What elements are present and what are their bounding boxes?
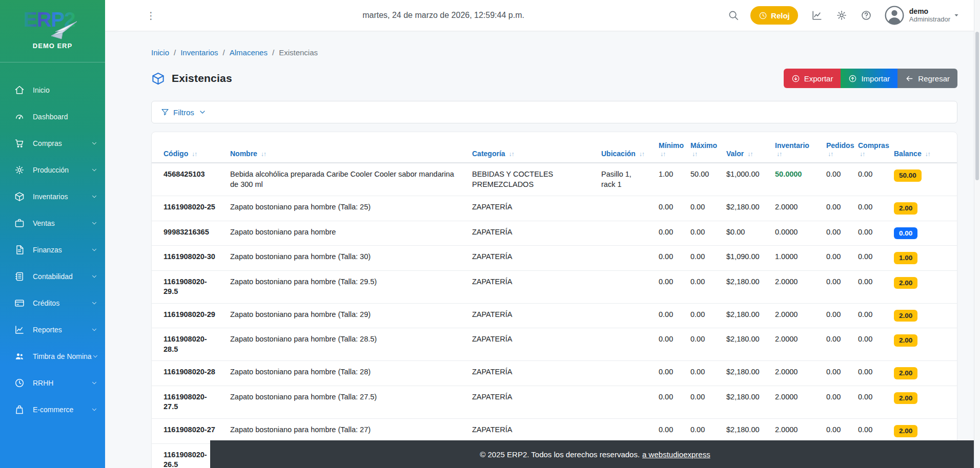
cell-codigo: 1161908020-25 [152,196,224,221]
gear-icon [14,165,25,175]
cell-categoria: ZAPATERÍA [466,386,595,418]
cell-compras: 0.00 [852,386,888,418]
cell-pedidos: 0.00 [820,221,852,246]
cell-minimo: 1.00 [652,163,684,196]
sidebar-item-label: Contabilidad [33,272,91,281]
column-header-ubicacion[interactable]: Ubicación ↓↑ [595,135,652,163]
sidebar-item-reportes[interactable]: Reportes [0,316,105,343]
balance-badge: 2.00 [894,334,917,347]
cell-valor: $0.00 [720,221,769,246]
sidebar-item-compras[interactable]: Compras [0,130,105,157]
column-header-minimo[interactable]: Mínimo ↓↑ [652,135,684,163]
cell-maximo: 0.00 [684,386,720,418]
sidebar-item-produccion[interactable]: Producción [0,157,105,183]
column-header-pedidos[interactable]: Pedidos ↓↑ [820,135,852,163]
cell-codigo: 1161908020-27.5 [152,386,224,418]
cell-nombre: Zapato bostoniano para hombre (Talla: 27… [224,419,466,444]
user-menu[interactable]: demo Administrador [909,7,950,23]
chevron-down-icon [91,379,98,387]
cell-categoria: ZAPATERÍA [466,361,595,386]
breadcrumb-separator: / [223,48,225,57]
user-role: Administrador [909,16,950,24]
back-button[interactable]: Regresar [897,69,957,88]
table-row: 1161908020-27.5Zapato bostoniano para ho… [152,386,957,418]
cell-minimo: 0.00 [652,419,684,444]
kebab-menu-icon[interactable]: ⋮ [143,9,159,23]
help-icon[interactable] [861,10,872,21]
table-row: 1161908020-28.5Zapato bostoniano para ho… [152,328,957,361]
column-header-maximo[interactable]: Máximo ↓↑ [684,135,720,163]
line-chart-icon[interactable] [811,10,823,21]
search-icon[interactable] [728,10,739,21]
sidebar-item-creditos[interactable]: Créditos [0,290,105,316]
footer-text: © 2025 ERP2. Todos los derechos reservad… [480,450,640,459]
breadcrumb-link-almacenes[interactable]: Almacenes [230,48,268,57]
sidebar-item-finanzas[interactable]: Finanzas [0,237,105,263]
cell-balance: 1.00 [888,246,957,271]
column-header-balance[interactable]: Balance ↓↑ [888,135,957,163]
sort-icon: ↓↑ [261,151,266,158]
cell-valor: $2,180.00 [720,386,769,418]
cell-codigo: 99983216365 [152,221,224,246]
cell-codigo: 4568425103 [152,163,224,196]
cell-minimo: 0.00 [652,328,684,361]
filters-toggle[interactable]: Filtros [161,108,207,117]
sidebar-item-inicio[interactable]: Inicio [0,77,105,103]
cube-icon [151,72,165,86]
sidebar-item-dashboard[interactable]: Dashboard [0,103,105,130]
balance-badge: 50.00 [894,169,922,182]
import-button[interactable]: Importar [841,69,897,88]
cell-balance: 2.00 [888,303,957,328]
cell-inventario: 2.0000 [769,419,820,444]
cell-maximo: 0.00 [684,303,720,328]
window-scrollbar[interactable] [974,0,980,468]
cell-ubicacion [595,196,652,221]
sidebar-item-inventarios[interactable]: Inventarios [0,183,105,210]
sidebar-item-rrhh[interactable]: RRHH [0,370,105,396]
sidebar-item-ventas[interactable]: Ventas [0,210,105,237]
cell-pedidos: 0.00 [820,386,852,418]
column-header-categoria[interactable]: Categoría ↓↑ [466,135,595,163]
brand[interactable]: ERP2 DEMO ERP [0,0,105,62]
clock-icon [14,378,25,388]
cell-compras: 0.00 [852,196,888,221]
sidebar-nav: InicioDashboardComprasProducciónInventar… [0,62,105,423]
cube-icon [14,192,25,202]
export-button[interactable]: Exportar [784,69,841,88]
line-chart-icon [14,325,25,335]
cell-maximo: 0.00 [684,361,720,386]
cell-balance: 2.00 [888,419,957,444]
sort-icon: ↓↑ [828,151,833,158]
erp2-logo: ERP2 [19,4,86,41]
sidebar-item-contabilidad[interactable]: Contabilidad [0,263,105,290]
column-header-inventario[interactable]: Inventario ↓↑ [769,135,820,163]
breadcrumb-link-inventarios[interactable]: Inventarios [180,48,218,57]
header-datetime: martes, 24 de marzo de 2026, 12:59:44 p.… [159,11,728,20]
cell-balance: 0.00 [888,221,957,246]
scrollbar-thumb[interactable] [975,32,979,180]
balance-badge: 2.00 [894,202,917,215]
column-header-valor[interactable]: Valor ↓↑ [720,135,769,163]
page-head: Existencias Exportar Importar Regresar [151,68,957,89]
cell-nombre: Zapato bostoniano para hombre (Talla: 25… [224,196,466,221]
column-header-nombre[interactable]: Nombre ↓↑ [224,135,466,163]
cell-balance: 2.00 [888,386,957,418]
footer-link[interactable]: a webstudioexpress [642,450,710,459]
column-header-compras[interactable]: Compras ↓↑ [852,135,888,163]
cell-inventario: 2.0000 [769,328,820,361]
user-avatar[interactable] [884,5,905,26]
gear-icon[interactable] [836,10,847,21]
export-button-label: Exportar [804,74,833,83]
funnel-icon [161,108,169,116]
column-header-codigo[interactable]: Código ↓↑ [152,135,224,163]
sidebar-item-label: Compras [33,139,91,147]
chevron-down-icon [91,406,98,413]
reloj-button[interactable]: Reloj [750,6,798,25]
breadcrumb-link-inicio[interactable]: Inicio [151,48,169,57]
upload-icon [848,74,857,83]
cell-balance: 50.00 [888,163,957,196]
cell-ubicacion [595,303,652,328]
sidebar-item-timbra-de-nomina[interactable]: Timbra de Nomina [0,343,105,370]
sidebar-item-e-commerce[interactable]: E-commerce [0,396,105,423]
caret-down-icon[interactable] [953,12,959,18]
